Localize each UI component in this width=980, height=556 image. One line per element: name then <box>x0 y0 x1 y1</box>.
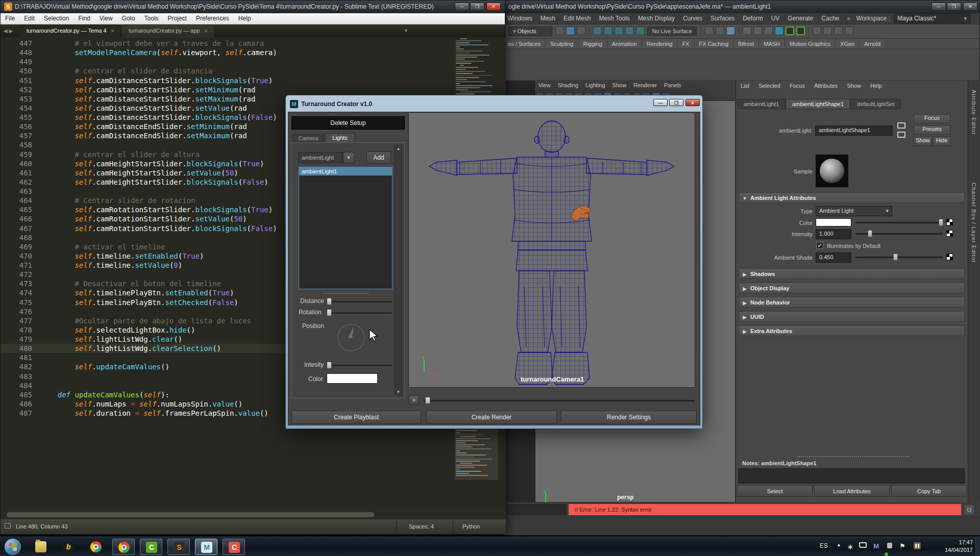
delete-setup-button[interactable]: Delete Setup <box>291 116 405 130</box>
maya-menu-generate[interactable]: Generate <box>783 13 817 23</box>
stack-icon[interactable] <box>845 27 853 35</box>
ae-menu-selected[interactable]: Selected <box>754 81 785 91</box>
code-line[interactable]: 452 self.camDistanceStartSlider.setMinim… <box>1 85 506 94</box>
output-connections-icon[interactable] <box>716 27 724 35</box>
focus-button[interactable]: Focus <box>914 114 950 123</box>
app-tray-icon[interactable]: ∗ <box>847 542 853 551</box>
malwarebytes-tray-icon[interactable]: M <box>873 542 879 550</box>
maya-menu-curves[interactable]: Curves <box>679 13 706 23</box>
maya-menu-cache[interactable]: Cache <box>817 13 843 23</box>
maya-title-bar[interactable]: ogle drive\Virtual Method Workshop\PySid… <box>503 1 979 13</box>
position-dial[interactable] <box>337 323 365 352</box>
snap-projected-icon[interactable] <box>625 27 634 35</box>
intensity-slider[interactable] <box>855 233 943 235</box>
minimize-icon[interactable]: — <box>653 99 668 106</box>
menu-item-edit[interactable]: Edit <box>19 13 39 23</box>
tab-overflow-icon[interactable]: ▼ <box>404 28 408 33</box>
create-playblast-button[interactable]: Create Playblast <box>291 411 421 424</box>
section-extra-attributes[interactable]: ▶Extra Attributes <box>739 325 965 336</box>
taskbar-app-musicbee[interactable]: b <box>57 539 80 555</box>
ipr-render-icon[interactable] <box>753 27 762 35</box>
xgen-icon[interactable] <box>823 27 832 35</box>
input-connections-icon[interactable] <box>705 27 714 35</box>
shelf-tab-sculpting[interactable]: Sculpting <box>546 39 578 48</box>
color-slider[interactable] <box>855 222 943 223</box>
intensity-field[interactable]: 1.000 <box>816 229 851 239</box>
snap-point-icon[interactable] <box>615 27 623 35</box>
menu-item-preferences[interactable]: Preferences <box>191 13 234 23</box>
viewport-menu-renderer[interactable]: Renderer <box>630 81 660 90</box>
section-node-behavior[interactable]: ▶Node Behavior <box>739 297 965 308</box>
maximize-icon[interactable]: ❐ <box>470 3 484 11</box>
add-light-button[interactable]: Add <box>366 151 391 164</box>
indentation-setting[interactable]: Spaces: 4 <box>409 523 434 529</box>
show-button[interactable]: Show <box>914 137 932 146</box>
ambient-shade-field[interactable]: 0.450 <box>816 252 851 263</box>
notes-field[interactable] <box>738 468 965 484</box>
select-tool-icon[interactable] <box>555 27 564 35</box>
light-type-dropdown[interactable]: Ambient Light▾ <box>816 206 892 216</box>
taskbar-app-camtasia-recorder[interactable]: C <box>223 539 245 555</box>
ae-menu-list[interactable]: List <box>736 81 754 91</box>
usb-tray-icon[interactable] <box>887 542 892 556</box>
shelf-tab-motion-graphics[interactable]: Motion Graphics <box>785 39 836 48</box>
shelf-tab-es-surfaces[interactable]: es / Surfaces <box>503 39 546 48</box>
close-icon[interactable]: ✕ <box>486 3 501 11</box>
close-icon[interactable]: ✕ <box>685 99 700 106</box>
ae-tab-ambientLight1[interactable]: ambientLight1 <box>737 99 786 109</box>
output-arrow-icon[interactable] <box>897 132 905 138</box>
maximize-icon[interactable]: ❐ <box>669 99 683 106</box>
pause-tray-icon[interactable] <box>914 542 921 549</box>
section-uuid[interactable]: ▶UUID <box>739 311 965 322</box>
menu-item-help[interactable]: Help <box>234 13 256 23</box>
history-icon[interactable] <box>726 27 735 35</box>
ae-tab-ambientLightShape1[interactable]: ambientLightShape1 <box>786 99 850 109</box>
code-line[interactable]: 450 # centrar el slider de distancia <box>1 66 506 75</box>
timeline-slider[interactable] <box>423 400 695 401</box>
minimize-icon[interactable]: — <box>455 3 469 11</box>
maya-menu-surfaces[interactable]: Surfaces <box>706 13 739 23</box>
rotation-slider[interactable] <box>327 312 392 314</box>
light-type-combo[interactable]: ambientLight <box>298 152 343 163</box>
menu-item-project[interactable]: Project <box>163 13 191 23</box>
chevron-down-icon[interactable]: ▼ <box>343 152 354 163</box>
load-attributes-button[interactable]: Load Attributes <box>814 485 890 497</box>
dialog-title-bar[interactable]: M Turnaround Creator v1.0 — ❐ ✕ <box>288 97 700 112</box>
menu-item-goto[interactable]: Goto <box>117 13 140 23</box>
render-settings-icon[interactable] <box>764 27 773 35</box>
menu-overflow-icon[interactable]: » <box>845 15 852 22</box>
distance-slider[interactable] <box>327 301 392 302</box>
viewport-menu-show[interactable]: Show <box>609 81 630 90</box>
minimize-icon[interactable]: — <box>932 3 946 11</box>
illuminates-checkbox[interactable]: ✓ <box>816 242 823 249</box>
maya-menu-windows[interactable]: Windows <box>503 13 536 23</box>
vintage-mode-icon[interactable] <box>5 523 11 528</box>
menu-item-view[interactable]: View <box>95 13 117 23</box>
code-line[interactable]: 451 self.camDistanceStartSlider.blockSig… <box>1 76 506 85</box>
close-tab-icon[interactable]: ✕ <box>107 28 115 34</box>
load-arrow-icon[interactable] <box>897 122 905 129</box>
maya-menu-deform[interactable]: Deform <box>739 13 767 23</box>
hide-button[interactable]: Hide <box>933 137 950 146</box>
create-render-button[interactable]: Create Render <box>426 411 557 424</box>
lasso-tool-icon[interactable] <box>566 27 575 35</box>
viewport-menu-lighting[interactable]: Lighting <box>582 81 609 90</box>
tab-channel-box[interactable]: Channel Box / Layer Editor <box>971 183 977 263</box>
code-line[interactable]: 447 # el viewport debe ver a traves de l… <box>1 39 506 48</box>
resize-grip[interactable] <box>323 293 369 294</box>
menu-item-tools[interactable]: Tools <box>140 13 163 23</box>
texture-map-icon[interactable] <box>946 254 953 260</box>
section-ambient-light-attributes[interactable]: ▼Ambient Light Attributes <box>739 192 965 203</box>
tab-attribute-editor[interactable]: Attribute Editor <box>971 90 977 135</box>
tab-lights[interactable]: Lights <box>325 133 355 142</box>
render-icon[interactable] <box>743 27 751 35</box>
show-desktop-button[interactable] <box>975 537 980 556</box>
snap-plane-icon[interactable] <box>636 27 645 35</box>
ae-tab-defaultLightSet[interactable]: defaultLightSet <box>850 99 901 109</box>
flag-tray-icon[interactable]: ⚑ <box>899 542 905 550</box>
maya-menu-uv[interactable]: UV <box>767 13 784 23</box>
selection-mask-combo[interactable]: ▾ Objects <box>508 27 552 36</box>
editor-tab-0[interactable]: turnaroundCreator.py — Tema 4✕ <box>20 24 120 37</box>
maya-menu-mesh-display[interactable]: Mesh Display <box>634 13 679 23</box>
taskbar-app-sublime-text[interactable]: S <box>167 539 190 555</box>
